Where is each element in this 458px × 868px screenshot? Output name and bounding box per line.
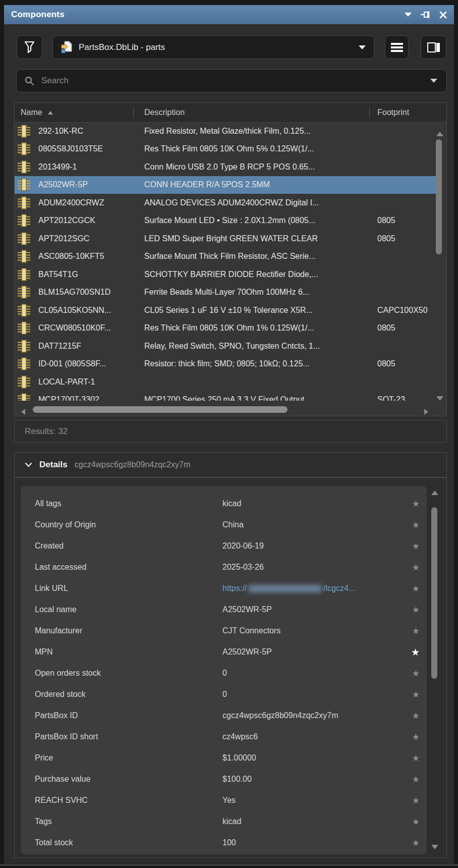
component-chip-icon <box>18 124 30 138</box>
detail-row[interactable]: Price $1.00000 ★ <box>21 747 427 769</box>
library-selector-dropdown[interactable]: PartsBox.DbLib - parts <box>52 35 374 59</box>
panel-layout-toggle-button[interactable] <box>421 35 446 59</box>
favorite-star-icon[interactable]: ★ <box>412 838 420 848</box>
details-section-header[interactable]: Details cgcz4wpsc6gz8b09n4zqc2xy7m <box>14 452 447 477</box>
chevron-down-icon[interactable] <box>25 462 32 467</box>
detail-row[interactable]: PartsBox ID cgcz4wpsc6gz8b09n4zqc2xy7m ★ <box>21 705 427 726</box>
favorite-star-icon[interactable]: ★ <box>412 626 420 636</box>
scroll-down-arrow-icon[interactable] <box>431 842 438 851</box>
detail-row[interactable]: Country of Origin China ★ <box>21 514 427 535</box>
detail-row[interactable]: Last accessed 2025-03-26 ★ <box>21 557 427 578</box>
list-menu-button[interactable] <box>385 35 409 59</box>
favorite-star-icon[interactable]: ★ <box>412 520 420 530</box>
component-description: Res Thick Film 0805 10K Ohm 5% 0.125W(1/… <box>144 144 372 153</box>
parameter-value: 2025-03-26 <box>222 563 264 572</box>
component-name: ADUM2400CRWZ <box>38 198 132 207</box>
component-chip-icon <box>18 178 30 192</box>
detail-row[interactable]: Purchase value $100.00 ★ <box>21 769 427 790</box>
parameter-value: $1.00000 <box>222 753 256 763</box>
favorite-star-icon[interactable]: ★ <box>412 795 420 806</box>
component-name: CL05A105KO5NN... <box>38 306 132 315</box>
column-header-footprint[interactable]: Footprint <box>377 108 409 117</box>
component-description: LED SMD Super Bright GREEN WATER CLEAR <box>144 234 372 243</box>
detail-row[interactable]: Open orders stock 0 ★ <box>21 663 427 684</box>
table-row[interactable]: APT2012SGC LED SMD Super Bright GREEN WA… <box>15 230 436 248</box>
component-name: 2013499-1 <box>38 162 132 172</box>
panel-titlebar: Components <box>4 5 454 24</box>
table-row[interactable]: BLM15AG700SN1D Ferrite Beads Multi-Layer… <box>15 284 436 302</box>
column-header-name[interactable]: Name <box>21 108 42 117</box>
detail-row[interactable]: Manufacturer CJT Connectors ★ <box>21 620 427 641</box>
detail-row[interactable]: All tags kicad ★ <box>21 493 427 514</box>
component-chip-icon <box>18 339 30 353</box>
favorite-star-icon[interactable]: ★ <box>412 817 420 827</box>
scroll-up-arrow-icon[interactable] <box>436 129 443 138</box>
scroll-up-arrow-icon[interactable] <box>431 488 438 497</box>
table-row[interactable]: 0805S8J0103T5E Res Thick Film 0805 10K O… <box>15 140 436 158</box>
close-icon[interactable] <box>439 11 447 19</box>
filter-button[interactable] <box>17 35 42 59</box>
component-description: Resistor: thick film; SMD; 0805; 10kΩ; 0… <box>144 359 372 368</box>
favorite-star-icon[interactable]: ★ <box>411 646 420 658</box>
component-rows: 292-10K-RC Fixed Resistor, Metal Glaze/t… <box>15 122 446 401</box>
favorite-star-icon[interactable]: ★ <box>412 753 420 764</box>
table-row[interactable]: 292-10K-RC Fixed Resistor, Metal Glaze/t… <box>15 122 436 140</box>
table-row[interactable]: LOCAL-PART-1 <box>15 373 436 391</box>
detail-row[interactable]: PartsBox ID short cz4wpsc6 ★ <box>21 726 427 747</box>
favorite-star-icon[interactable]: ★ <box>412 562 420 573</box>
table-row[interactable]: ADUM2400CRWZ ANALOG DEVICES ADUM2400CRWZ… <box>15 194 436 212</box>
table-row[interactable]: ID-001 (0805S8F... Resistor: thick film;… <box>15 355 436 373</box>
parameter-name: Last accessed <box>35 563 86 572</box>
favorite-star-icon[interactable]: ★ <box>412 774 420 785</box>
library-selector-value: PartsBox.DbLib - parts <box>79 42 165 52</box>
column-header-description[interactable]: Description <box>144 108 185 117</box>
parameter-name: Created <box>35 541 64 551</box>
panel-menu-arrow-icon[interactable] <box>405 13 412 17</box>
table-row[interactable]: CL05A105KO5NN... CL05 Series 1 uF 16 V ±… <box>15 301 436 319</box>
redacted-url-blur <box>248 585 322 592</box>
favorite-star-icon[interactable]: ★ <box>412 605 420 615</box>
parameter-link-value[interactable]: https:// /lcgcz4... <box>222 584 355 593</box>
favorite-star-icon[interactable]: ★ <box>412 732 420 742</box>
parameter-value: 2020-06-19 <box>222 541 264 551</box>
favorite-star-icon[interactable]: ★ <box>412 499 420 509</box>
favorite-star-icon[interactable]: ★ <box>412 711 420 721</box>
scroll-right-arrow-icon[interactable] <box>424 408 428 417</box>
table-row[interactable]: APT2012CGCK Surface Mount LED • Size : 2… <box>15 212 436 230</box>
detail-row[interactable]: Tags kicad ★ <box>21 811 427 832</box>
detail-row[interactable]: REACH SVHC Yes ★ <box>21 790 427 811</box>
column-divider[interactable] <box>369 107 370 118</box>
list-header: Name Description Footprint <box>15 103 446 123</box>
detail-row[interactable]: Total stock 100 ★ <box>21 832 427 853</box>
table-row[interactable]: CRCW080510K0F... Res Thick Film 0805 10K… <box>15 319 436 338</box>
window-resize-edge[interactable] <box>0 864 458 865</box>
column-divider[interactable] <box>133 107 134 118</box>
component-name: DAT71215F <box>38 342 132 351</box>
detail-row[interactable]: Ordered stock 0 ★ <box>21 684 427 705</box>
detail-row[interactable]: Created 2020-06-19 ★ <box>21 535 427 557</box>
detail-row[interactable]: MPN A2502WR-5P ★ <box>21 641 427 663</box>
search-input[interactable] <box>40 75 438 86</box>
table-row[interactable]: ASC0805-10KFT5 Surface Mount Thick Film … <box>15 248 436 266</box>
table-row[interactable]: A2502WR-5P CONN HEADER R/A 5POS 2.5MM <box>15 176 436 194</box>
vertical-scrollbar-thumb[interactable] <box>436 139 442 254</box>
detail-row[interactable]: Local name A2502WR-5P ★ <box>21 599 427 620</box>
table-row[interactable]: MCP1700T-3302... MCP1700 Series 250 mA 3… <box>15 391 436 401</box>
search-history-chevron-icon[interactable] <box>430 79 437 83</box>
favorite-star-icon[interactable]: ★ <box>412 668 420 679</box>
table-row[interactable]: BAT54T1G SCHOTTKY BARRIER DIODE Rectifie… <box>15 265 436 284</box>
table-row[interactable]: DAT71215F Relay, Reed Switch, SPNO, Tung… <box>15 337 436 355</box>
details-scrollbar-thumb[interactable] <box>431 507 437 679</box>
favorite-star-icon[interactable]: ★ <box>412 583 420 594</box>
horizontal-scrollbar-thumb[interactable] <box>33 406 288 413</box>
search-box[interactable] <box>16 69 447 92</box>
favorite-star-icon[interactable]: ★ <box>412 541 420 552</box>
parameter-value: cz4wpsc6 <box>222 732 258 741</box>
pin-icon[interactable] <box>421 11 430 19</box>
scroll-left-arrow-icon[interactable] <box>21 408 25 417</box>
parameter-name: REACH SVHC <box>35 796 88 805</box>
scroll-down-arrow-icon[interactable] <box>436 394 443 403</box>
favorite-star-icon[interactable]: ★ <box>412 689 420 700</box>
detail-row[interactable]: Link URL https:// /lcgcz4... ★ <box>21 578 427 599</box>
table-row[interactable]: 2013499-1 Conn Micro USB 2.0 Type B RCP … <box>15 158 436 176</box>
